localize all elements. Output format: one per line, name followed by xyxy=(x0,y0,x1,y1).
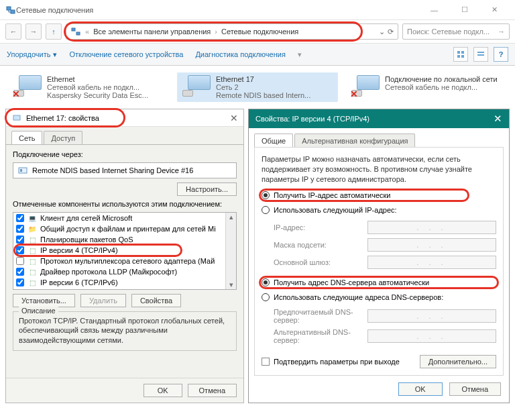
connection-status: Сетевой кабель не подкл... xyxy=(47,83,148,91)
use-ip-manual-radio[interactable]: Использовать следующий IP-адрес: xyxy=(262,206,496,214)
up-button[interactable]: ↑ xyxy=(46,23,62,40)
organize-menu[interactable]: Упорядочить ▾ xyxy=(7,50,57,59)
svg-rect-11 xyxy=(477,54,484,56)
subnet-mask-label: Маска подсети: xyxy=(274,241,367,249)
component-checkbox[interactable] xyxy=(16,257,24,265)
radio-label: Получить IP-адрес автоматически xyxy=(274,191,390,199)
configure-button[interactable]: Настроить... xyxy=(177,182,237,196)
dns1-label: Предпочитаемый DNS-сервер: xyxy=(274,308,367,324)
obtain-dns-auto-radio[interactable]: Получить адрес DNS-сервера автоматически xyxy=(262,278,496,286)
svg-rect-4 xyxy=(72,28,75,31)
dialog-titlebar: Ethernet 17: свойства ✕ xyxy=(6,109,243,127)
connection-adapter: Remote NDIS based Intern... xyxy=(216,91,310,99)
tab-general[interactable]: Общие xyxy=(254,134,293,147)
dialog-titlebar: Свойства: IP версии 4 (TCP/IPv4) ✕ xyxy=(249,109,509,128)
window-titlebar: Сетевые подключения — ☐ ✕ xyxy=(0,0,515,20)
svg-rect-5 xyxy=(76,32,80,35)
tab-alternative[interactable]: Альтернативная конфигурация xyxy=(294,134,415,147)
connection-name: Подключение по локальной сети xyxy=(385,75,498,83)
properties-button[interactable]: Свойства xyxy=(131,294,181,307)
connection-item[interactable]: ✕ Подключение по локальной сети Сетевой … xyxy=(346,72,507,102)
chevron-down-icon: ▾ xyxy=(53,50,57,59)
tab-access[interactable]: Доступ xyxy=(44,131,82,144)
search-input[interactable]: Поиск: Сетевые подкл... → xyxy=(402,23,510,40)
component-checkbox[interactable] xyxy=(16,268,24,276)
radio-label: Получить адрес DNS-сервера автоматически xyxy=(274,278,429,286)
view-icons-button[interactable] xyxy=(453,47,468,62)
breadcrumb-item[interactable]: Все элементы панели управления xyxy=(93,28,211,36)
ok-button[interactable]: OK xyxy=(398,382,443,396)
crumb-sep: › xyxy=(215,28,217,36)
gateway-input[interactable]: . . . xyxy=(367,256,496,269)
remove-button[interactable]: Удалить xyxy=(80,294,126,307)
component-checkbox[interactable] xyxy=(16,214,24,222)
protocol-icon: ⬚ xyxy=(27,256,37,266)
view-details-button[interactable] xyxy=(473,47,488,62)
component-checkbox[interactable] xyxy=(16,278,24,286)
nic-icon xyxy=(17,165,28,176)
components-list[interactable]: 💻Клиент для сетей Microsoft 📁Общий досту… xyxy=(13,212,237,290)
cancel-button[interactable]: Отмена xyxy=(449,382,501,396)
adapter-icon: ✕ xyxy=(350,75,380,99)
device-name: Remote NDIS based Internet Sharing Devic… xyxy=(32,166,193,174)
component-checkbox[interactable] xyxy=(16,235,24,244)
connection-name: Ethernet 17 xyxy=(216,75,310,83)
breadcrumb-item[interactable]: Сетевые подключения xyxy=(221,28,298,36)
close-icon[interactable]: ✕ xyxy=(230,113,238,123)
radio-label: Использовать следующий IP-адрес: xyxy=(274,206,397,214)
radio-icon xyxy=(262,293,270,301)
component-checkbox[interactable] xyxy=(16,246,24,254)
help-button[interactable]: ? xyxy=(494,47,508,62)
connection-status: Сетевой кабель не подкл... xyxy=(385,83,498,91)
overflow-menu[interactable]: ▾ xyxy=(298,50,302,59)
connection-item[interactable]: Ethernet 17 Сеть 2 Remote NDIS based Int… xyxy=(177,72,338,102)
checkbox-label: Подтвердить параметры при выходе xyxy=(274,358,400,366)
close-icon[interactable]: ✕ xyxy=(494,113,502,125)
dns2-label: Альтернативный DNS-сервер: xyxy=(274,328,367,344)
svg-rect-1 xyxy=(11,10,15,13)
connections-panel: ✕ Ethernet Сетевой кабель не подкл... Ka… xyxy=(0,66,515,106)
back-button[interactable]: ← xyxy=(5,23,21,40)
tab-network[interactable]: Сеть xyxy=(11,131,42,144)
close-button[interactable]: ✕ xyxy=(479,1,510,19)
svg-rect-10 xyxy=(477,52,484,53)
svg-rect-8 xyxy=(457,55,460,58)
obtain-ip-auto-radio[interactable]: Получить IP-адрес автоматически xyxy=(262,191,496,199)
component-label: Планировщик пакетов QoS xyxy=(40,235,133,244)
scrollbar[interactable]: ▴▾ xyxy=(225,213,236,289)
address-row: ← → ↑ « Все элементы панели управления ›… xyxy=(0,20,515,43)
adapter-icon xyxy=(181,75,211,99)
address-bar[interactable]: « Все элементы панели управления › Сетев… xyxy=(66,23,398,40)
radio-icon xyxy=(262,278,270,286)
maximize-button[interactable]: ☐ xyxy=(449,1,479,19)
dns2-input[interactable]: . . . xyxy=(367,329,496,343)
component-checkbox[interactable] xyxy=(16,225,24,233)
description-label: Описание xyxy=(19,307,58,315)
ip-address-input[interactable]: . . . xyxy=(367,221,496,234)
install-button[interactable]: Установить... xyxy=(13,294,75,307)
cancel-button[interactable]: Отмена xyxy=(188,384,237,397)
forward-button[interactable]: → xyxy=(25,23,42,40)
ok-button[interactable]: OK xyxy=(144,384,182,397)
diagnose-button[interactable]: Диагностика подключения xyxy=(195,50,285,58)
minimize-button[interactable]: — xyxy=(419,1,449,19)
connection-item[interactable]: ✕ Ethernet Сетевой кабель не подкл... Ka… xyxy=(8,72,169,102)
svg-rect-14 xyxy=(20,169,22,172)
address-dropdown-icon[interactable]: ⌄ xyxy=(379,28,385,36)
advanced-button[interactable]: Дополнительно... xyxy=(420,355,496,368)
app-icon xyxy=(5,5,16,15)
dns1-input[interactable]: . . . xyxy=(367,309,496,323)
dialog-tabs: Сеть Доступ xyxy=(6,127,243,144)
validate-on-exit-checkbox[interactable]: Подтвердить параметры при выходе xyxy=(262,358,400,366)
gateway-label: Основной шлюз: xyxy=(274,258,367,266)
subnet-mask-input[interactable]: . . . xyxy=(367,238,496,252)
component-label: IP версии 6 (TCP/IPv6) xyxy=(40,278,118,286)
search-go-icon[interactable]: → xyxy=(498,28,505,36)
disable-device-button[interactable]: Отключение сетевого устройства xyxy=(69,50,183,58)
component-label: Клиент для сетей Microsoft xyxy=(40,214,132,222)
disconnected-x-icon: ✕ xyxy=(12,89,20,99)
svg-rect-0 xyxy=(7,7,11,10)
connection-status: Сеть 2 xyxy=(216,83,310,91)
use-dns-manual-radio[interactable]: Использовать следующие адреса DNS-сервер… xyxy=(262,293,496,301)
refresh-icon[interactable]: ⟳ xyxy=(388,28,394,36)
